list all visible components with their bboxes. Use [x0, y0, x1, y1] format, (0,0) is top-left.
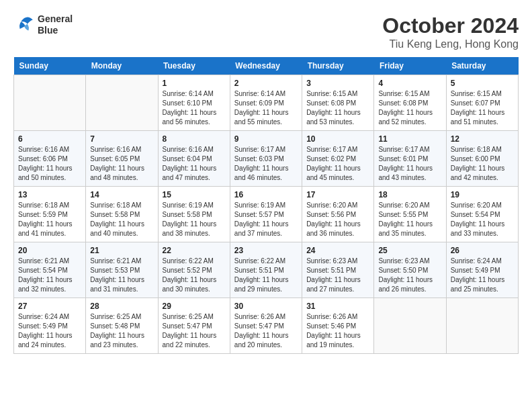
day-cell: 5Sunrise: 6:15 AM Sunset: 6:07 PM Daylig…	[446, 75, 518, 131]
logo-icon	[13, 15, 35, 34]
day-cell: 6Sunrise: 6:16 AM Sunset: 6:06 PM Daylig…	[14, 131, 86, 187]
day-info: Sunrise: 6:20 AM Sunset: 5:54 PM Dayligh…	[451, 201, 514, 238]
day-cell: 20Sunrise: 6:21 AM Sunset: 5:54 PM Dayli…	[14, 242, 86, 298]
day-number: 21	[90, 246, 153, 255]
day-info: Sunrise: 6:23 AM Sunset: 5:51 PM Dayligh…	[306, 257, 369, 294]
day-number: 4	[378, 79, 441, 88]
column-header-friday: Friday	[374, 57, 446, 75]
day-info: Sunrise: 6:20 AM Sunset: 5:55 PM Dayligh…	[378, 201, 441, 238]
day-cell	[446, 298, 518, 354]
day-info: Sunrise: 6:23 AM Sunset: 5:50 PM Dayligh…	[378, 257, 441, 294]
day-cell: 22Sunrise: 6:22 AM Sunset: 5:52 PM Dayli…	[158, 242, 230, 298]
day-info: Sunrise: 6:15 AM Sunset: 6:07 PM Dayligh…	[451, 89, 514, 127]
day-number: 3	[306, 79, 369, 88]
week-row-4: 20Sunrise: 6:21 AM Sunset: 5:54 PM Dayli…	[14, 242, 519, 298]
day-number: 19	[451, 190, 514, 199]
day-number: 2	[234, 79, 298, 88]
day-number: 7	[90, 134, 153, 144]
day-cell: 29Sunrise: 6:25 AM Sunset: 5:47 PM Dayli…	[158, 298, 230, 354]
day-info: Sunrise: 6:25 AM Sunset: 5:47 PM Dayligh…	[163, 312, 226, 350]
location-title: Tiu Keng Leng, Hong Kong	[382, 38, 519, 50]
day-cell: 17Sunrise: 6:20 AM Sunset: 5:56 PM Dayli…	[302, 187, 374, 242]
column-header-monday: Monday	[86, 57, 158, 75]
day-cell: 21Sunrise: 6:21 AM Sunset: 5:53 PM Dayli…	[86, 242, 158, 298]
day-number: 28	[90, 302, 153, 311]
logo-text: General Blue	[38, 13, 73, 36]
week-row-5: 27Sunrise: 6:24 AM Sunset: 5:49 PM Dayli…	[14, 298, 519, 354]
day-number: 24	[306, 246, 369, 255]
day-info: Sunrise: 6:15 AM Sunset: 6:08 PM Dayligh…	[378, 89, 441, 127]
day-cell	[86, 75, 158, 131]
day-number: 27	[18, 302, 81, 311]
column-headers: SundayMondayTuesdayWednesdayThursdayFrid…	[14, 57, 519, 75]
day-info: Sunrise: 6:14 AM Sunset: 6:10 PM Dayligh…	[163, 89, 226, 127]
day-info: Sunrise: 6:18 AM Sunset: 5:58 PM Dayligh…	[90, 201, 153, 238]
day-cell: 1Sunrise: 6:14 AM Sunset: 6:10 PM Daylig…	[158, 75, 230, 131]
day-number: 22	[163, 246, 226, 255]
week-row-1: 1Sunrise: 6:14 AM Sunset: 6:10 PM Daylig…	[14, 75, 519, 131]
day-cell: 26Sunrise: 6:24 AM Sunset: 5:49 PM Dayli…	[446, 242, 518, 298]
day-number: 16	[234, 190, 298, 199]
day-cell: 31Sunrise: 6:26 AM Sunset: 5:46 PM Dayli…	[302, 298, 374, 354]
day-info: Sunrise: 6:21 AM Sunset: 5:54 PM Dayligh…	[18, 257, 81, 294]
day-info: Sunrise: 6:26 AM Sunset: 5:47 PM Dayligh…	[234, 312, 298, 350]
day-cell: 2Sunrise: 6:14 AM Sunset: 6:09 PM Daylig…	[230, 75, 302, 131]
day-cell: 8Sunrise: 6:16 AM Sunset: 6:04 PM Daylig…	[158, 131, 230, 187]
day-cell: 13Sunrise: 6:18 AM Sunset: 5:59 PM Dayli…	[14, 187, 86, 242]
day-info: Sunrise: 6:15 AM Sunset: 6:08 PM Dayligh…	[306, 89, 369, 127]
day-cell: 11Sunrise: 6:17 AM Sunset: 6:01 PM Dayli…	[374, 131, 446, 187]
day-number: 20	[18, 246, 81, 255]
day-info: Sunrise: 6:16 AM Sunset: 6:05 PM Dayligh…	[90, 145, 153, 183]
month-title: October 2024	[382, 13, 519, 38]
day-cell: 19Sunrise: 6:20 AM Sunset: 5:54 PM Dayli…	[446, 187, 518, 242]
day-info: Sunrise: 6:17 AM Sunset: 6:03 PM Dayligh…	[234, 145, 298, 183]
day-number: 10	[306, 134, 369, 144]
column-header-sunday: Sunday	[14, 57, 86, 75]
day-info: Sunrise: 6:24 AM Sunset: 5:49 PM Dayligh…	[18, 312, 81, 350]
day-number: 29	[163, 302, 226, 311]
day-cell: 9Sunrise: 6:17 AM Sunset: 6:03 PM Daylig…	[230, 131, 302, 187]
day-info: Sunrise: 6:24 AM Sunset: 5:49 PM Dayligh…	[451, 257, 514, 294]
day-info: Sunrise: 6:14 AM Sunset: 6:09 PM Dayligh…	[234, 89, 298, 127]
week-row-2: 6Sunrise: 6:16 AM Sunset: 6:06 PM Daylig…	[14, 131, 519, 187]
day-cell: 24Sunrise: 6:23 AM Sunset: 5:51 PM Dayli…	[302, 242, 374, 298]
day-cell: 4Sunrise: 6:15 AM Sunset: 6:08 PM Daylig…	[374, 75, 446, 131]
day-info: Sunrise: 6:26 AM Sunset: 5:46 PM Dayligh…	[306, 312, 369, 350]
day-number: 30	[234, 302, 298, 311]
column-header-tuesday: Tuesday	[158, 57, 230, 75]
day-info: Sunrise: 6:19 AM Sunset: 5:58 PM Dayligh…	[163, 201, 226, 238]
day-info: Sunrise: 6:16 AM Sunset: 6:06 PM Dayligh…	[18, 145, 81, 183]
week-row-3: 13Sunrise: 6:18 AM Sunset: 5:59 PM Dayli…	[14, 187, 519, 242]
day-number: 11	[378, 134, 441, 144]
day-info: Sunrise: 6:20 AM Sunset: 5:56 PM Dayligh…	[306, 201, 369, 238]
day-number: 5	[451, 79, 514, 88]
day-cell: 23Sunrise: 6:22 AM Sunset: 5:51 PM Dayli…	[230, 242, 302, 298]
column-header-saturday: Saturday	[446, 57, 518, 75]
day-number: 31	[306, 302, 369, 311]
day-cell: 14Sunrise: 6:18 AM Sunset: 5:58 PM Dayli…	[86, 187, 158, 242]
day-cell: 27Sunrise: 6:24 AM Sunset: 5:49 PM Dayli…	[14, 298, 86, 354]
day-number: 12	[451, 134, 514, 144]
day-cell: 28Sunrise: 6:25 AM Sunset: 5:48 PM Dayli…	[86, 298, 158, 354]
page-header: General Blue October 2024 Tiu Keng Leng,…	[13, 13, 519, 50]
day-cell: 15Sunrise: 6:19 AM Sunset: 5:58 PM Dayli…	[158, 187, 230, 242]
column-header-wednesday: Wednesday	[230, 57, 302, 75]
day-cell: 10Sunrise: 6:17 AM Sunset: 6:02 PM Dayli…	[302, 131, 374, 187]
day-number: 15	[163, 190, 226, 199]
day-number: 26	[451, 246, 514, 255]
day-cell: 12Sunrise: 6:18 AM Sunset: 6:00 PM Dayli…	[446, 131, 518, 187]
day-number: 18	[378, 190, 441, 199]
day-info: Sunrise: 6:22 AM Sunset: 5:52 PM Dayligh…	[163, 257, 226, 294]
day-cell: 16Sunrise: 6:19 AM Sunset: 5:57 PM Dayli…	[230, 187, 302, 242]
day-info: Sunrise: 6:21 AM Sunset: 5:53 PM Dayligh…	[90, 257, 153, 294]
day-cell: 7Sunrise: 6:16 AM Sunset: 6:05 PM Daylig…	[86, 131, 158, 187]
day-info: Sunrise: 6:22 AM Sunset: 5:51 PM Dayligh…	[234, 257, 298, 294]
day-info: Sunrise: 6:18 AM Sunset: 5:59 PM Dayligh…	[18, 201, 81, 238]
day-number: 1	[163, 79, 226, 88]
day-cell: 25Sunrise: 6:23 AM Sunset: 5:50 PM Dayli…	[374, 242, 446, 298]
title-block: October 2024 Tiu Keng Leng, Hong Kong	[382, 13, 519, 50]
day-info: Sunrise: 6:17 AM Sunset: 6:02 PM Dayligh…	[306, 145, 369, 183]
day-cell: 30Sunrise: 6:26 AM Sunset: 5:47 PM Dayli…	[230, 298, 302, 354]
day-cell: 18Sunrise: 6:20 AM Sunset: 5:55 PM Dayli…	[374, 187, 446, 242]
day-number: 13	[18, 190, 81, 199]
